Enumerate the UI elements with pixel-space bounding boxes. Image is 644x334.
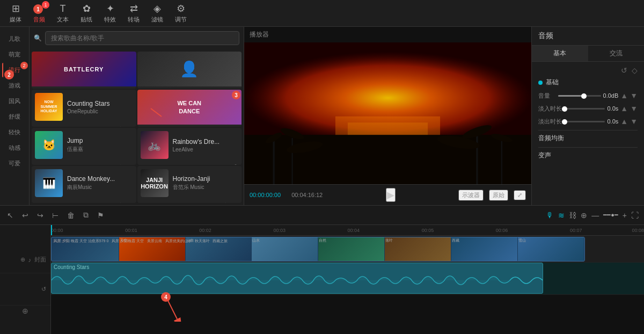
card8-title: Horizon-Janji [173, 175, 239, 183]
card6-download[interactable]: ⬇ [233, 163, 238, 165]
loop-icon[interactable]: ↺ [41, 286, 46, 293]
audio-wave-btn[interactable]: ≋ [558, 211, 565, 220]
timeline-content: ⊕ ♪ 封面 ↺ ⊕ 00:00 00:01 00:02 0 [0, 225, 644, 334]
fade-in-slider[interactable] [562, 108, 605, 110]
card3-artist: OneRepublic [67, 108, 133, 114]
toolbar-filter[interactable]: ◈ 滤镜 [147, 1, 167, 26]
delete-btn[interactable]: 🗑 [65, 209, 76, 221]
audio-badge: 1 [42, 1, 49, 9]
card5-star[interactable]: ☆ [118, 163, 123, 165]
trend-badge: 2 [20, 62, 28, 69]
toolbar-sticker[interactable]: ✿ 贴纸 [76, 1, 97, 26]
oscilloscope-button[interactable]: 示波器 [458, 190, 484, 201]
card4-download[interactable]: ⬇ [233, 126, 238, 127]
fade-in-up-icon[interactable]: ▲ [620, 104, 628, 113]
card8-star[interactable]: ☆ [223, 201, 229, 203]
music-card-horizon[interactable]: JANJIHORIZON Horizon-Janji 音范乐 Music ☆ ＋ [137, 166, 242, 203]
sidebar-item-trend[interactable]: 流行 2 [2, 63, 27, 77]
volume-slider[interactable] [558, 95, 601, 97]
mic-btn[interactable]: 🎙 [546, 211, 554, 220]
svg-rect-4 [244, 135, 531, 184]
volume-down-icon[interactable]: ▼ [630, 91, 638, 100]
divider [538, 130, 638, 130]
play-button[interactable]: ▶ [386, 188, 396, 202]
fade-in-label: 淡入时长 [538, 105, 562, 113]
music-card-battlecry[interactable]: BATTLECRY 03:01 ☆ ＋ [32, 52, 136, 89]
redo-btn[interactable]: ↪ [35, 209, 45, 221]
video-clip[interactable]: 风景 夕阳 天空 云南 山水 自然 落叶 西藏 雪山 风景 夕阳 晚霞 天空 治… [51, 237, 585, 262]
search-bar: 🔍 [30, 27, 244, 49]
link-btn[interactable]: ⛓ [569, 211, 576, 220]
toolbar-text[interactable]: T 文本 [53, 1, 73, 26]
music-card-counting-stars[interactable]: NOWSUMMERHOLIDAY Counting Stars OneRepub… [32, 90, 136, 127]
magnet-btn[interactable]: ⊕ [581, 211, 587, 220]
audio-icon-small: ♪ [28, 257, 32, 263]
card8-add[interactable]: ＋ [232, 201, 238, 203]
fade-out-up-icon[interactable]: ▲ [620, 117, 628, 126]
music-card-2[interactable]: 👤 03:49 ☆ ＋ [137, 52, 242, 89]
playhead[interactable] [51, 225, 52, 235]
copy-btn[interactable]: ⧉ [82, 209, 90, 221]
tab-basic[interactable]: 基本 [532, 46, 588, 61]
flag-btn[interactable]: ⚑ [96, 209, 106, 221]
card7-star[interactable]: ☆ [118, 201, 123, 203]
fullscreen-timeline-btn[interactable]: ⛶ [631, 211, 639, 220]
card1-star[interactable]: ☆ [118, 88, 123, 89]
sidebar-item-light[interactable]: 轻快 [2, 125, 27, 140]
toolbar-media[interactable]: ⊞ 媒体 [5, 1, 26, 26]
undo-btn[interactable]: ↩ [20, 209, 30, 221]
zoom-in-btn[interactable]: + [623, 211, 627, 220]
card3-add[interactable]: ＋ [127, 125, 133, 127]
toolbar-transition[interactable]: ⇄ 转场 [123, 1, 144, 26]
sidebar-item-game[interactable]: 游戏 [2, 78, 27, 93]
undo-icon[interactable]: ◇ [632, 66, 638, 75]
sidebar-item-dynamic[interactable]: 动感 [2, 141, 27, 155]
original-button[interactable]: 原始 [489, 190, 508, 201]
toolbar-audio[interactable]: ♪ 音频 1 [29, 1, 49, 26]
top-toolbar: ⊞ 媒体 ♪ 音频 1 T 文本 ✿ 贴纸 ✦ [0, 0, 644, 27]
card3-star[interactable]: ☆ [118, 125, 123, 127]
sidebar-item-cute[interactable]: 萌宠 [2, 47, 27, 62]
split-btn[interactable]: ⊢ [50, 209, 60, 221]
dot-icon [538, 81, 543, 85]
volume-up-icon[interactable]: ▲ [620, 91, 628, 100]
toolbar-transition-label: 转场 [128, 16, 140, 24]
toolbar-adjust[interactable]: ⚙ 调节 [171, 1, 191, 26]
ruler-mark-2: 00:02 [199, 228, 211, 233]
card2-add[interactable]: ＋ [232, 88, 238, 89]
audio-track-label-row: ↺ [0, 273, 50, 306]
music-card-we-can-dance[interactable]: WE CANDANCE 02:56 ⬇ 3 [137, 90, 242, 127]
fullscreen-button[interactable]: ⤢ [514, 190, 526, 200]
sidebar-item-chinese[interactable]: 国风 [2, 94, 27, 108]
player-title: 播放器 [244, 27, 531, 42]
fade-in-param: 淡入时长 0.0s ▲ ▼ [538, 104, 638, 113]
sidebar-item-cute2[interactable]: 可爱 [2, 156, 27, 171]
audio-clip[interactable]: Counting Stars [51, 263, 543, 294]
add-track-icon[interactable]: ⊕ [22, 307, 28, 315]
sidebar-item-relax[interactable]: 舒缓 [2, 110, 27, 124]
music-card-rainbow[interactable]: 🚲 Rainbow's Dre... LeeAlive 04:31 ⬇ [137, 128, 242, 165]
toolbar-audio-label: 音频 [33, 16, 45, 24]
toolbar-effects-label: 特效 [104, 16, 116, 24]
card2-star[interactable]: ☆ [223, 88, 229, 89]
zoom-out-btn[interactable]: — [591, 211, 599, 220]
reset-icon[interactable]: ↺ [621, 66, 627, 75]
search-input[interactable] [45, 31, 239, 45]
toolbar-effects[interactable]: ✦ 特效 [100, 1, 120, 26]
text-icon: T [60, 3, 66, 14]
cover-label-text: 封面 [34, 256, 46, 264]
card7-add[interactable]: ＋ [127, 201, 133, 203]
timeline-tracks[interactable]: 00:00 00:01 00:02 00:03 00:04 00:05 00:0… [51, 225, 644, 334]
fade-out-slider[interactable] [562, 121, 605, 122]
zoom-slider[interactable]: ━━●━ [603, 212, 618, 219]
card1-add[interactable]: ＋ [127, 88, 133, 89]
sidebar-item-children[interactable]: 儿歌 [2, 32, 27, 46]
music-card-dance-monkey[interactable]: 🎹 Dance Monkey... 南辰Music ☆ ＋ [32, 166, 136, 203]
cursor-tool[interactable]: ↖ [5, 209, 15, 221]
music-card-jump[interactable]: 🐱 Jump 伍嘉嘉 04:44 ☆ ＋ [32, 128, 136, 165]
fade-out-down-icon[interactable]: ▼ [630, 117, 638, 126]
media-icon: ⊞ [12, 3, 20, 14]
card5-add[interactable]: ＋ [127, 163, 133, 165]
tab-advanced[interactable]: 交流 [588, 46, 645, 61]
fade-in-down-icon[interactable]: ▼ [630, 104, 638, 113]
